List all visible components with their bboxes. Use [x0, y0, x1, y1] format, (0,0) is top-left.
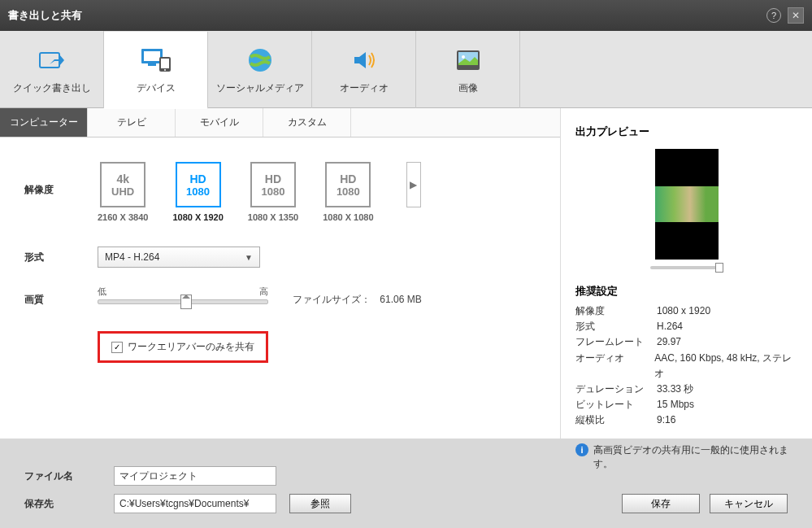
info-text: 高画質ビデオの共有用に一般的に使用されます。: [593, 443, 797, 471]
tab-audio[interactable]: オーディオ: [312, 31, 416, 108]
share-workarea-only-label: ワークエリアバーのみを共有: [128, 340, 254, 354]
preview-thumbnail: [655, 149, 719, 260]
subtab-custom[interactable]: カスタム: [263, 108, 351, 137]
tab-social-media[interactable]: ソーシャルメディア: [208, 31, 312, 108]
main-tabs: クイック書き出し デバイス ソーシャルメディア オーディオ 画像: [0, 31, 812, 108]
tab-label: ソーシャルメディア: [216, 81, 304, 95]
window-titlebar: 書き出しと共有 ? ✕: [0, 0, 812, 31]
tab-label: クイック書き出し: [13, 81, 91, 95]
info-icon: i: [575, 443, 588, 456]
browse-button[interactable]: 参照: [289, 494, 351, 513]
device-icon: [140, 44, 172, 76]
subtab-computer[interactable]: コンピューター: [0, 108, 88, 137]
subtab-mobile[interactable]: モバイル: [176, 108, 263, 137]
filename-label: ファイル名: [24, 469, 114, 483]
filesize-value: 61.06 MB: [380, 294, 421, 305]
share-workarea-only-checkbox[interactable]: ✓: [111, 342, 123, 353]
share-workarea-only-row: ✓ ワークエリアバーのみを共有: [98, 331, 268, 363]
device-sub-tabs: コンピューター テレビ モバイル カスタム: [0, 108, 560, 137]
quality-low-label: 低: [98, 286, 106, 298]
tab-label: オーディオ: [340, 81, 389, 95]
svg-rect-2: [144, 51, 160, 61]
format-select[interactable]: MP4 - H.264: [98, 247, 260, 268]
tab-quick-export[interactable]: クイック書き出し: [0, 31, 104, 108]
resolution-option-hd-1350[interactable]: HD1080 1080 X 1350: [248, 162, 298, 222]
svg-rect-3: [148, 63, 156, 66]
filename-input[interactable]: [114, 466, 276, 486]
quality-slider-thumb[interactable]: [180, 295, 192, 309]
cancel-button[interactable]: キャンセル: [710, 494, 788, 513]
resolution-scroll-right[interactable]: ▶: [406, 162, 421, 207]
preview-image: [655, 186, 719, 222]
resolution-label: 解像度: [24, 183, 98, 197]
resolution-option-hd-1920[interactable]: HD1080 1080 X 1920: [172, 162, 223, 222]
quality-slider[interactable]: [98, 299, 268, 304]
preview-zoom-slider[interactable]: [650, 266, 723, 269]
close-icon[interactable]: ✕: [788, 7, 804, 24]
export-icon: [36, 44, 68, 76]
subtab-tv[interactable]: テレビ: [88, 108, 176, 137]
svg-point-7: [249, 49, 271, 72]
quality-high-label: 高: [259, 286, 268, 298]
svg-rect-5: [161, 59, 169, 68]
format-label: 形式: [24, 251, 98, 264]
tab-image[interactable]: 画像: [416, 31, 520, 108]
filesize-label: ファイルサイズ：: [293, 294, 371, 305]
image-icon: [452, 44, 484, 76]
resolution-option-4k[interactable]: 4kUHD 2160 X 3840: [98, 162, 148, 222]
recommended-settings-list: 解像度1080 x 1920 形式H.264 フレームレート29.97 オーディ…: [575, 303, 797, 429]
tab-device[interactable]: デバイス: [104, 32, 208, 109]
svg-point-10: [462, 55, 465, 59]
savedest-input[interactable]: [114, 494, 276, 513]
globe-icon: [244, 44, 276, 76]
svg-point-6: [164, 69, 166, 71]
preview-zoom-thumb[interactable]: [715, 263, 723, 273]
resolution-option-hd-1080[interactable]: HD1080 1080 X 1080: [323, 162, 373, 222]
quality-label: 画質: [24, 293, 98, 307]
savedest-label: 保存先: [24, 497, 114, 511]
speaker-icon: [348, 44, 380, 76]
output-preview-panel: 出力プレビュー 推奨設定 解像度1080 x 1920 形式H.264 フレーム…: [560, 108, 812, 439]
help-icon[interactable]: ?: [766, 8, 781, 23]
save-button[interactable]: 保存: [622, 494, 700, 513]
recommended-settings-title: 推奨設定: [575, 284, 797, 299]
preview-title: 出力プレビュー: [575, 124, 797, 139]
window-title: 書き出しと共有: [8, 8, 82, 23]
tab-label: 画像: [458, 81, 478, 95]
tab-label: デバイス: [137, 81, 176, 95]
